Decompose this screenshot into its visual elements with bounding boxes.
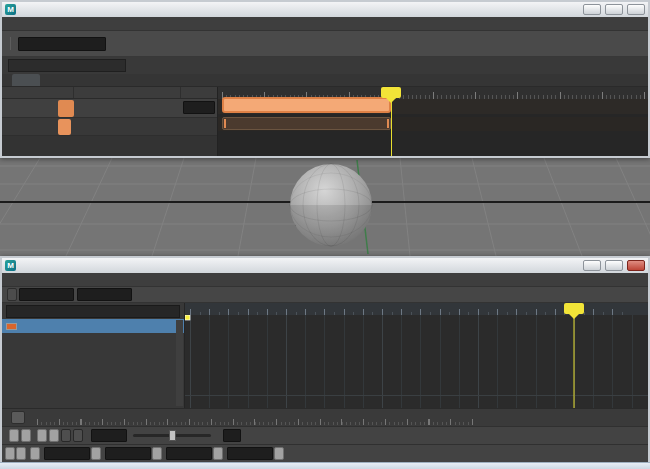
curve-color-swatch xyxy=(6,323,17,330)
channel-panel xyxy=(2,303,185,408)
time-editor-timeline[interactable] xyxy=(218,87,648,156)
getall-button[interactable] xyxy=(30,447,40,460)
maximize-button[interactable] xyxy=(605,260,623,271)
details-button[interactable] xyxy=(7,288,17,301)
track-table xyxy=(2,87,218,156)
minimize-button[interactable] xyxy=(583,4,601,15)
table-row-psphere1[interactable] xyxy=(2,118,217,136)
curve-svg xyxy=(185,315,648,408)
composition-row xyxy=(2,57,648,74)
outweight-set-button[interactable] xyxy=(274,447,284,460)
graph-editor-toolbar xyxy=(2,287,648,303)
channel-row-movex[interactable] xyxy=(2,319,184,333)
movex-clip[interactable] xyxy=(222,97,391,113)
time-range-bar[interactable] xyxy=(33,410,645,426)
background-window-strip xyxy=(0,462,650,469)
maya-app-icon: M xyxy=(5,4,16,15)
column-weight xyxy=(181,87,217,98)
outangle-field[interactable] xyxy=(166,447,212,460)
movex-track-bar[interactable] xyxy=(222,117,391,130)
separator xyxy=(10,37,11,50)
anim-load-button[interactable] xyxy=(21,429,31,442)
tangent-angle-field[interactable] xyxy=(91,429,127,442)
close-button[interactable] xyxy=(627,4,645,15)
maximize-button[interactable] xyxy=(605,4,623,15)
fbx-load-button[interactable] xyxy=(49,429,59,442)
inweight-field[interactable] xyxy=(105,447,151,460)
graph-editor-window: M xyxy=(0,256,650,462)
slider-handle[interactable] xyxy=(169,430,176,441)
stat-value-field[interactable] xyxy=(77,288,132,301)
anim-save-button[interactable] xyxy=(9,429,19,442)
channel-scrollbar[interactable] xyxy=(176,320,183,406)
time-editor-menubar xyxy=(2,17,648,31)
time-editor-titlebar[interactable]: M xyxy=(2,2,648,17)
table-row-track1[interactable] xyxy=(2,99,217,118)
axis-filter-row xyxy=(2,408,648,426)
inweight-set-button[interactable] xyxy=(152,447,162,460)
tab-scene-time[interactable] xyxy=(12,74,40,86)
outweight-field[interactable] xyxy=(227,447,273,460)
mirror-button[interactable] xyxy=(16,447,26,460)
select-from-curve-button[interactable] xyxy=(73,429,83,442)
clip-channel-tab[interactable] xyxy=(58,119,71,135)
track-collapse-button[interactable] xyxy=(58,100,74,117)
current-frame-flag[interactable] xyxy=(381,87,401,98)
viewport[interactable] xyxy=(0,158,650,256)
column-name xyxy=(74,87,181,98)
tangent-angle-slider[interactable] xyxy=(133,434,211,437)
desktop: M xyxy=(0,0,650,469)
maya-app-icon: M xyxy=(5,260,16,271)
step-field[interactable] xyxy=(223,429,241,442)
time-editor-window: M xyxy=(0,0,650,158)
fbx-save-button[interactable] xyxy=(37,429,47,442)
column-control xyxy=(2,87,74,98)
time-editor-tabs xyxy=(2,74,648,87)
graph-ruler[interactable] xyxy=(185,303,648,315)
graph-editor-actions-row xyxy=(2,426,648,444)
composition-dropdown[interactable] xyxy=(8,59,126,72)
visibility-button[interactable] xyxy=(11,411,25,424)
stat-frame-field[interactable] xyxy=(19,288,74,301)
command-search-input[interactable] xyxy=(6,305,180,318)
inangle-set-button[interactable] xyxy=(91,447,101,460)
viewport-scene xyxy=(0,158,650,256)
table-header xyxy=(2,87,217,99)
graph-editor-titlebar[interactable]: M xyxy=(2,258,648,273)
clip-search-input[interactable] xyxy=(18,37,106,51)
spreadsheet-button[interactable] xyxy=(5,447,15,460)
select-hierarchy-button[interactable] xyxy=(61,429,71,442)
outangle-set-button[interactable] xyxy=(213,447,223,460)
graph-editor-menubar xyxy=(2,273,648,287)
current-frame-flag[interactable] xyxy=(564,303,584,314)
graph-panel[interactable] xyxy=(185,303,648,408)
close-button[interactable] xyxy=(627,260,645,271)
time-editor-toolbar xyxy=(2,31,648,57)
minimize-button[interactable] xyxy=(583,260,601,271)
keyframe-selected xyxy=(185,315,190,320)
track-weight-field[interactable] xyxy=(183,101,215,114)
sphere[interactable] xyxy=(290,164,372,246)
graph-editor-values-row xyxy=(2,444,648,462)
inangle-field[interactable] xyxy=(44,447,90,460)
curve-plot[interactable] xyxy=(185,315,648,408)
